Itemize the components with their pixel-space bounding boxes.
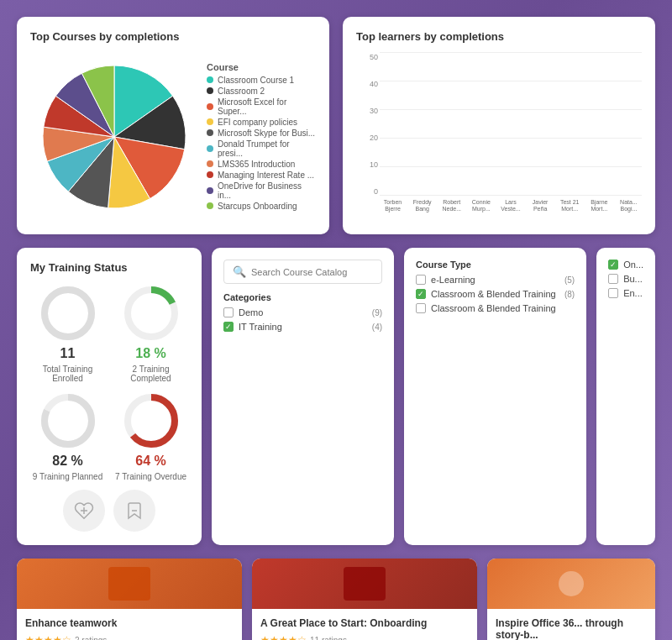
filter-demo[interactable]: Demo (9) [223,307,382,317]
course-card-0: Enhance teamwork ★★★★☆ 2 ratings Type: e… [17,559,242,640]
course-thumb-2 [487,559,655,609]
top-learners-title: Top learners by completions [356,30,642,43]
course-ratings-0: 2 ratings [75,636,107,641]
bar-chart [380,53,642,196]
y-axis: 0 10 20 30 40 50 [356,53,378,196]
course-name-1: A Great Place to Start: Onboarding [260,617,469,629]
planned-number: 82 % [52,454,82,469]
pie-chart [30,53,198,221]
classroom-blended-label: Classroom & Blended Training [431,289,556,299]
bookmark-icon[interactable] [113,490,155,532]
legend-item: Starcups Onboarding [207,202,316,211]
it-training-count: (4) [372,323,382,332]
training-status-card: My Training Status 11 Total Training Enr… [17,248,202,545]
it-training-label: IT Training [239,322,282,332]
bar-label: Lars Veste... [497,197,523,221]
classroom-blended-count: (8) [564,290,575,299]
search-icon: 🔍 [233,265,246,278]
enrolled-number: 11 [60,346,76,361]
bar-label: Robert Nede... [438,197,465,221]
course-thumb-1 [252,559,477,609]
course-ratings-1: 11 ratings [310,636,347,641]
extra-filter-1[interactable]: ✓ On... [608,260,643,270]
legend-item: OneDrive for Business in... [207,181,316,200]
extra-label1: On... [623,260,643,270]
donut-enrolled [39,284,97,343]
filter-it-training[interactable]: ✓ IT Training (4) [223,322,382,332]
bar-labels: Torben BjerreFreddy BangRobert Nede...Co… [380,197,642,221]
search-input-wrap[interactable]: 🔍 [223,260,382,284]
course-cards-row: Enhance teamwork ★★★★☆ 2 ratings Type: e… [17,559,655,640]
status-planned: 82 % 9 Training Planned [30,391,105,481]
training-status-title: My Training Status [30,261,188,274]
svg-point-1 [45,290,92,337]
top-courses-card: Top Courses by completions Course Classr… [17,17,329,234]
extra-cb2[interactable] [608,274,618,284]
extra-filter-2[interactable]: Bu... [608,274,643,284]
top-courses-title: Top Courses by completions [30,30,316,43]
donut-overdue [122,391,181,450]
extra-label3: En... [623,288,643,298]
wishlist-icon[interactable] [63,490,105,532]
filter-classroom-blended-2[interactable]: Classroom & Blended Training [416,303,575,313]
legend-item: Classroom Course 1 [207,76,316,85]
filter-elearning[interactable]: e-Learning (5) [416,275,575,285]
legend-item: EFI company policies [207,118,316,127]
bar-label: Nata... Bogi... [616,197,642,221]
legend-item: Managing Interest Rate ... [207,170,316,180]
filter-classroom-blended[interactable]: ✓ Classroom & Blended Training (8) [416,289,575,299]
status-enrolled: 11 Total Training Enrolled [30,284,105,383]
extra-label2: Bu... [623,274,643,284]
course-stars-1: ★★★★☆ [260,634,307,640]
extra-filter-card: ✓ On... Bu... En... [596,248,655,545]
demo-label: Demo [239,307,263,317]
donut-planned [39,391,97,450]
legend-item: LMS365 Introduction [207,160,316,169]
pie-legend: Course Classroom Course 1Classroom 2Micr… [207,62,316,212]
bar-label: Test 21 Mort... [557,197,583,221]
overdue-number: 64 % [135,454,165,469]
search-card: 🔍 Categories Demo (9) ✓ IT Training (4) [212,248,394,545]
bar-label: Javier Peña [528,197,554,221]
extra-cb1[interactable]: ✓ [608,260,618,270]
status-completed: 18 % 2 Training Completed [113,284,188,383]
overdue-label: 7 Training Overdue [115,472,186,481]
course-stars-0: ★★★★☆ [25,634,71,640]
status-grid: 11 Total Training Enrolled 18 % 2 Traini… [30,284,188,481]
bar-label: Connie Murp... [468,197,494,221]
search-input[interactable] [251,267,373,277]
elearning-checkbox[interactable] [416,275,426,285]
donut-completed [122,284,181,343]
legend-item: Donald Trumpet for presi... [207,139,316,158]
demo-count: (9) [372,308,382,317]
course-thumb-0 [17,559,242,609]
course-card-1: A Great Place to Start: Onboarding ★★★★☆… [252,559,477,640]
classroom-blended-checkbox[interactable]: ✓ [416,289,426,299]
demo-checkbox[interactable] [223,307,234,317]
course-name-2: Inspire Office 36... through story-b... [496,617,647,640]
planned-label: 9 Training Planned [33,472,102,481]
legend-title: Course [207,62,316,72]
legend-item: Classroom 2 [207,87,316,96]
legend-item: Microsoft Excel for Super... [207,97,316,116]
classroom-blended-2-checkbox[interactable] [416,303,426,313]
classroom-blended-2-label: Classroom & Blended Training [431,303,556,313]
top-learners-card: Top learners by completions 0 10 20 30 4… [343,17,655,234]
bar-label: Bjarne Mort... [586,197,612,221]
status-overdue: 64 % 7 Training Overdue [113,391,188,481]
course-type-filter: Course Type e-Learning (5) ✓ Classroom &… [404,248,586,545]
completed-label: 2 Training Completed [113,365,188,383]
extra-cb3[interactable] [608,288,618,298]
extra-filter-3[interactable]: En... [608,288,643,298]
elearning-label: e-Learning [431,275,475,285]
completed-number: 18 % [135,346,165,361]
legend-item: Microsoft Skype for Busi... [207,129,316,138]
course-card-2: Inspire Office 36... through story-b... … [487,559,655,640]
course-type-title: Course Type [416,260,575,270]
enrolled-label: Total Training Enrolled [30,365,105,383]
elearning-count: (5) [564,275,575,285]
course-name-0: Enhance teamwork [25,617,234,629]
categories-title: Categories [223,292,382,302]
bar-label: Freddy Bang [409,197,435,221]
it-training-checkbox[interactable]: ✓ [223,322,234,332]
